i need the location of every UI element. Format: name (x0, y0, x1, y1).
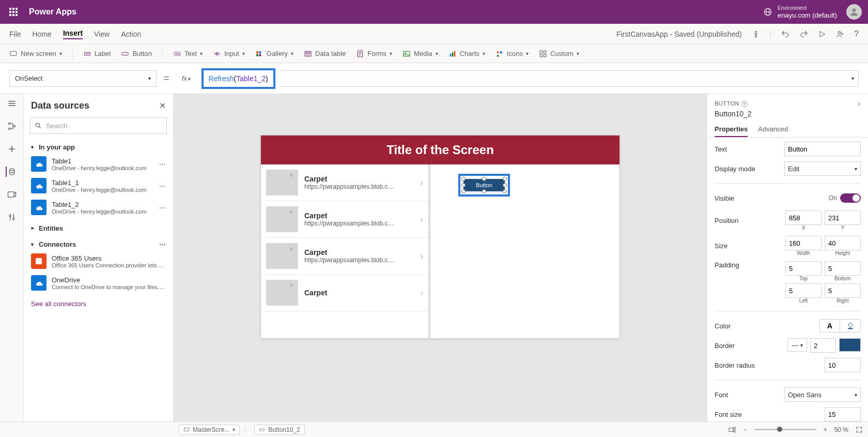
menu-file[interactable]: File (9, 30, 21, 38)
menu-home[interactable]: Home (33, 30, 52, 38)
zoom-out[interactable]: − (743, 426, 747, 433)
help-icon[interactable]: ? (854, 29, 859, 39)
checker-icon[interactable] (751, 29, 761, 39)
prop-font-select[interactable]: Open Sans▾ (784, 387, 861, 402)
prop-position-x[interactable] (785, 210, 822, 225)
close-icon[interactable]: ✕ (159, 101, 166, 111)
prop-text-input[interactable] (784, 142, 861, 156)
formula-expand[interactable]: ▾ (281, 70, 859, 87)
forms-button[interactable]: Forms▾ (356, 50, 392, 58)
breadcrumb-screen[interactable]: MasterScre...▾ (179, 425, 240, 435)
orientation-icon[interactable] (728, 426, 736, 434)
item-menu-icon[interactable]: ⋯ (159, 160, 166, 168)
visible-toggle[interactable] (840, 193, 861, 203)
avatar[interactable] (846, 4, 862, 20)
tab-advanced[interactable]: Advanced (758, 122, 788, 137)
data-icon[interactable] (6, 167, 16, 177)
redo-icon[interactable] (799, 29, 809, 39)
formula-input[interactable]: Refresh(Table1_2) (202, 68, 275, 89)
gallery-button[interactable]: Gallery▾ (255, 50, 293, 58)
connector-item[interactable]: Office 365 UsersOffice 365 Users Connect… (24, 250, 173, 272)
media-button[interactable]: Media▾ (402, 50, 438, 58)
item-menu-icon[interactable]: ⋯ (159, 182, 166, 190)
item-menu-icon[interactable]: ⋯ (159, 204, 166, 212)
input-icon (213, 50, 221, 58)
add-icon[interactable] (7, 144, 17, 154)
label-button[interactable]: Label (83, 50, 111, 58)
svg-point-27 (8, 128, 10, 129)
media-icon (402, 50, 411, 58)
button-icon (259, 427, 265, 433)
button-button[interactable]: Button (121, 50, 152, 58)
fit-icon[interactable] (856, 426, 863, 433)
new-screen-button[interactable]: New screen▾ (9, 50, 62, 58)
datasource-item[interactable]: Table1OneDrive - henry.legge@outlook.com… (24, 153, 173, 175)
canvas-area[interactable]: Title of the Screen Carpethttps://pwrapp… (174, 94, 707, 421)
see-all-connectors-link[interactable]: See all connectors (24, 294, 173, 314)
label-icon (83, 50, 91, 58)
section-in-your-app[interactable]: ▾In your app (24, 137, 173, 153)
prop-pad-bottom[interactable] (825, 261, 861, 276)
menu-insert[interactable]: Insert (63, 29, 83, 39)
font-color-button[interactable]: A (819, 319, 840, 333)
hamburger-icon[interactable] (7, 98, 17, 109)
selected-button-wrapper[interactable]: Button (458, 174, 510, 197)
prop-displaymode-select[interactable]: Edit▾ (784, 161, 861, 176)
tab-properties[interactable]: Properties (715, 122, 748, 137)
zoom-slider[interactable] (754, 429, 816, 430)
gallery-item[interactable]: Carpethttps://pwrappssamples.blob.core. … (261, 201, 428, 238)
prop-pad-left[interactable] (785, 283, 822, 298)
play-icon[interactable] (818, 30, 826, 38)
prop-size-h[interactable] (825, 236, 861, 250)
prop-position-y[interactable] (825, 210, 861, 225)
environment-picker[interactable]: Environment enayu.com (default) (763, 5, 837, 19)
gallery-item[interactable]: Carpethttps://pwrappssamples.blob.core. … (261, 238, 428, 275)
search-input[interactable]: Search (30, 117, 167, 134)
waffle-icon[interactable] (6, 5, 23, 19)
custom-button[interactable]: Custom▾ (539, 50, 579, 58)
text-button[interactable]: Abc Text▾ (173, 50, 203, 58)
status-bar: MasterScre...▾ 〉 Button10_2 − + 50 % (0, 421, 868, 437)
property-dropdown[interactable]: OnSelect▾ (9, 70, 157, 87)
gallery-item[interactable]: Carpethttps://pwrappssamples.blob.core. … (261, 164, 428, 201)
prop-pad-top[interactable] (785, 261, 822, 276)
undo-icon[interactable] (781, 29, 790, 39)
prop-pad-right[interactable] (825, 283, 861, 298)
table-icon (304, 50, 312, 58)
fill-color-button[interactable] (840, 319, 861, 333)
zoom-in[interactable]: + (824, 426, 827, 433)
gallery-item[interactable]: Carpet › (261, 275, 428, 311)
svg-rect-36 (260, 429, 265, 431)
prop-size-w[interactable] (785, 236, 822, 250)
svg-point-31 (9, 215, 11, 217)
datasource-item[interactable]: Table1_2OneDrive - henry.legge@outlook.c… (24, 197, 173, 218)
breadcrumb-control[interactable]: Button10_2 (254, 425, 304, 435)
prop-border-width[interactable] (810, 338, 836, 353)
section-connectors[interactable]: ▾Connectors ⋯ (24, 234, 173, 250)
media-rail-icon[interactable] (7, 189, 17, 200)
gallery-control[interactable]: Carpethttps://pwrappssamples.blob.core. … (261, 164, 430, 338)
svg-rect-37 (729, 428, 733, 431)
svg-point-3 (838, 31, 841, 34)
border-color-swatch[interactable] (839, 338, 861, 352)
connector-item[interactable]: OneDriveConnect to OneDrive to manage yo… (24, 272, 173, 294)
charts-button[interactable]: Charts▾ (448, 50, 485, 58)
tree-icon[interactable] (7, 121, 17, 131)
section-entities[interactable]: ▾Entities (24, 218, 173, 234)
document-title: FirstCanvasApp - Saved (Unpublished) (616, 30, 742, 38)
properties-panel: BUTTON ? › Button10_2 Properties Advance… (707, 94, 868, 421)
border-style-button[interactable]: — ▾ (787, 338, 807, 352)
datatable-button[interactable]: Data table (304, 50, 346, 58)
icons-button[interactable]: Icons▾ (495, 50, 529, 58)
tools-icon[interactable] (7, 212, 17, 222)
menu-action[interactable]: Action (121, 30, 141, 38)
placeholder-image-icon (266, 243, 298, 269)
menu-view[interactable]: View (94, 30, 110, 38)
datasource-item[interactable]: Table1_1OneDrive - henry.legge@outlook.c… (24, 175, 173, 197)
share-icon[interactable] (835, 29, 845, 39)
control-name: Button10_2 (707, 110, 868, 122)
prop-font-size[interactable] (825, 407, 861, 421)
expand-icon[interactable]: › (858, 99, 861, 108)
prop-border-radius[interactable] (825, 358, 861, 372)
input-button[interactable]: Input▾ (213, 50, 245, 58)
